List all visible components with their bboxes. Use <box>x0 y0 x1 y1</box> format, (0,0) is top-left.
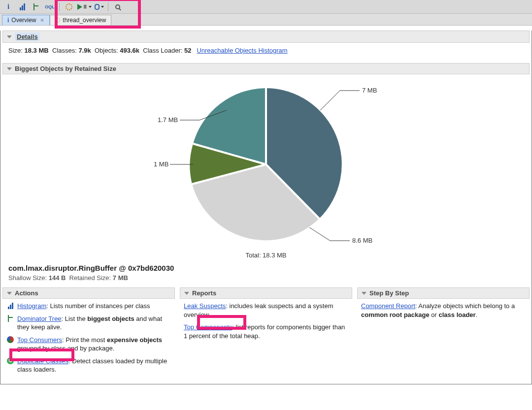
action-item-histogram: Histogram: Lists number of instances per… <box>6 302 171 311</box>
size-value: 18.3 MB <box>25 47 49 54</box>
section-title: Step By Step <box>369 289 409 297</box>
collapse-icon <box>7 67 12 70</box>
action-link[interactable]: Top Consumers <box>17 336 62 344</box>
separator <box>108 2 108 11</box>
action-item-dominator: Dominator Tree: List the biggest objects… <box>6 315 171 332</box>
actions-panel: Actions Histogram: Lists number of insta… <box>2 287 175 379</box>
report-link[interactable]: Leak Suspects <box>184 302 226 310</box>
info-icon: i <box>7 2 9 11</box>
gear-icon <box>55 18 60 23</box>
size-label: Size: <box>8 47 23 54</box>
section-title: Actions <box>15 289 38 297</box>
pie-icon <box>6 336 14 344</box>
unreachable-link[interactable]: Unreachable Objects Histogram <box>197 47 287 54</box>
shallow-label: Shallow Size: <box>8 274 47 282</box>
step-link[interactable]: Component Report <box>361 302 415 310</box>
collapse-icon <box>184 292 189 295</box>
section-title: Biggest Objects by Retained Size <box>15 65 116 72</box>
slice-label-d: 8.6 MB <box>352 237 372 244</box>
run-list-icon: ≣ <box>83 4 87 9</box>
objects-value: 493.6k <box>120 47 139 54</box>
objects-label: Objects: <box>95 47 118 54</box>
report-link[interactable]: Top Components <box>184 323 232 331</box>
step-bold2: class loader <box>439 311 476 318</box>
section-title: Reports <box>192 289 216 297</box>
gear-icon <box>66 3 72 10</box>
pie-total: Total: 18.3 MB <box>245 252 286 259</box>
tb-oql[interactable]: OQL <box>44 1 55 12</box>
details-body: Size: 18.3 MB Classes: 7.9k Objects: 493… <box>2 43 530 58</box>
tab-thread-overview[interactable]: thread_overview <box>50 15 111 25</box>
stepbystep-header[interactable]: Step By Step <box>357 287 530 299</box>
content: Details Size: 18.3 MB Classes: 7.9k Obje… <box>0 31 532 384</box>
reports-panel: Reports Leak Suspects: includes leak sus… <box>180 287 352 379</box>
step-text: : Analyze objects which belong to a <box>415 302 515 310</box>
action-link[interactable]: Duplicate Classes <box>17 357 68 365</box>
section-biggest-header[interactable]: Biggest Objects by Retained Size <box>2 63 530 74</box>
action-item-topconsumers: Top Consumers: Print the most expensive … <box>6 336 171 353</box>
retained-value: 7 MB <box>113 274 128 282</box>
tb-run-dd[interactable]: ≣ <box>77 1 92 12</box>
action-link[interactable]: Histogram <box>17 302 46 310</box>
histogram-icon <box>20 3 25 10</box>
section-details-header[interactable]: Details <box>2 31 530 43</box>
action-item-duplicate: C Duplicate Classes: Detect classes load… <box>6 357 171 374</box>
slice-label-b: 1.7 MB <box>158 116 178 124</box>
reports-header[interactable]: Reports <box>180 287 352 299</box>
selected-object-info: com.lmax.disruptor.RingBuffer @ 0x7bd620… <box>2 261 530 283</box>
section-title: Details <box>15 32 40 41</box>
action-bold: biggest objects <box>87 315 134 322</box>
step-text3: . <box>476 311 478 318</box>
svg-line-10 <box>309 227 330 241</box>
collapse-icon <box>362 292 366 295</box>
pie-chart: 7 MB 1.7 MB 1 MB 8.6 MB <box>148 78 384 251</box>
report-item-topcomp: Top Components: list reports for compone… <box>184 323 348 340</box>
chevron-down-icon <box>89 6 92 8</box>
retained-label: Retained Size: <box>69 274 111 282</box>
report-item-leak: Leak Suspects: includes leak suspects an… <box>184 302 348 319</box>
tb-search[interactable] <box>112 1 123 12</box>
tab-overview[interactable]: i Overview ⨯ <box>2 15 50 25</box>
separator <box>59 2 60 11</box>
collapse-icon <box>7 35 12 38</box>
tab-label: thread_overview <box>63 17 106 24</box>
actions-header[interactable]: Actions <box>2 287 175 299</box>
histogram-icon <box>6 302 14 310</box>
slice-label-c: 1 MB <box>154 160 168 168</box>
tb-info[interactable]: i <box>3 1 14 12</box>
tab-label: Overview <box>11 17 36 24</box>
action-text: : List the <box>62 315 88 322</box>
search-icon <box>115 4 120 9</box>
shallow-value: 144 B <box>49 274 66 282</box>
slice-label-a: 7 MB <box>362 87 377 94</box>
run-icon <box>77 4 82 10</box>
action-text2: grouped by class and by package. <box>17 345 114 352</box>
classes-label: Classes: <box>52 47 77 54</box>
action-text: : Lists number of instances per class <box>46 302 150 310</box>
step-bold: common root package <box>361 311 430 318</box>
stepbystep-panel: Step By Step Component Report: Analyze o… <box>357 287 530 379</box>
tabbar: i Overview ⨯ thread_overview <box>0 14 532 26</box>
step-item-component: Component Report: Analyze objects which … <box>361 302 526 319</box>
tree-icon <box>33 3 39 10</box>
tb-gear[interactable] <box>64 1 74 12</box>
info-icon: i <box>7 17 9 24</box>
toolbar: i OQL ≣ <box>0 0 532 14</box>
pie-chart-area: 7 MB 1.7 MB 1 MB 8.6 MB Total: 18.3 MB <box>2 78 530 259</box>
tb-dominator-tree[interactable] <box>31 1 41 12</box>
svg-line-4 <box>320 91 340 110</box>
close-icon[interactable]: ⨯ <box>40 17 44 24</box>
object-name: com.lmax.disruptor.RingBuffer @ 0x7bd620… <box>8 264 524 272</box>
oql-icon: OQL <box>45 4 55 9</box>
chevron-down-icon <box>101 6 104 8</box>
loader-label: Class Loader: <box>143 47 182 54</box>
tb-db-dd[interactable] <box>95 1 104 12</box>
duplicate-icon: C <box>6 357 14 365</box>
tree-icon <box>6 315 14 322</box>
action-bold: expensive objects <box>107 336 162 344</box>
classes-value: 7.9k <box>78 47 91 54</box>
tb-histogram[interactable] <box>17 1 28 12</box>
action-text: : Print the most <box>62 336 107 344</box>
action-link[interactable]: Dominator Tree <box>17 315 62 322</box>
database-icon <box>95 4 100 10</box>
